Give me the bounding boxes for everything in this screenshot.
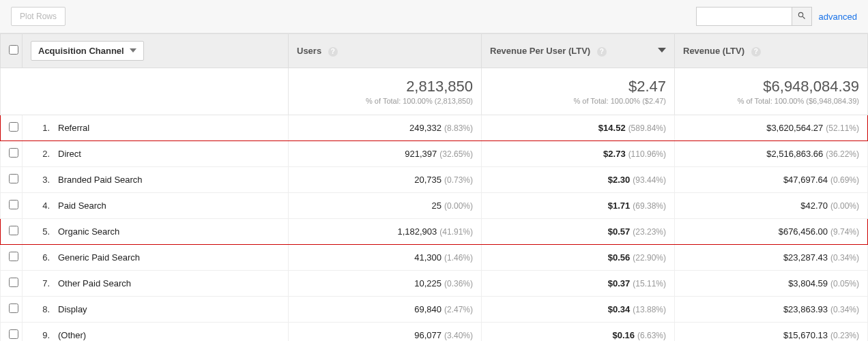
row-rpu-cell: $2.73(110.96%) [482, 141, 675, 167]
row-channel-name[interactable]: Other Paid Search [58, 278, 131, 288]
row-revenue-cell: $42.70(0.00%) [675, 193, 868, 219]
row-rank: 4. [31, 201, 50, 211]
summary-rev-value: $6,948,084.39 [683, 78, 859, 95]
row-revenue-cell: $676,456.00(9.74%) [675, 219, 868, 245]
header-revenue[interactable]: Revenue (LTV) ? [675, 34, 868, 68]
row-users-cell: 25(0.00%) [289, 193, 482, 219]
summary-users: 2,813,850 % of Total: 100.00% (2,813,850… [289, 68, 482, 115]
row-users-pct: (0.36%) [444, 279, 473, 288]
row-dimension-cell: 6.Generic Paid Search [23, 245, 289, 271]
row-checkbox[interactable] [9, 329, 18, 339]
row-revenue-pct: (0.05%) [830, 279, 859, 288]
row-rank: 2. [31, 149, 50, 159]
row-checkbox[interactable] [9, 278, 18, 287]
row-rpu-value: $0.34 [608, 304, 631, 314]
row-revenue-value: $3,804.59 [788, 278, 828, 288]
row-revenue-pct: (0.34%) [830, 253, 859, 263]
row-dimension-cell: 2.Direct [23, 141, 289, 167]
header-dimension-cell: Acquisition Channel [23, 34, 289, 68]
row-checkbox-cell [1, 141, 23, 167]
summary-rpu-value: $2.47 [490, 78, 666, 95]
row-checkbox[interactable] [9, 200, 18, 209]
row-channel-name[interactable]: Organic Search [58, 226, 119, 237]
header-revenue-label: Revenue (LTV) [683, 46, 744, 56]
row-users-cell: 1,182,903(41.91%) [289, 219, 482, 245]
row-checkbox[interactable] [9, 122, 18, 132]
summary-row: 2,813,850 % of Total: 100.00% (2,813,850… [1, 68, 868, 115]
row-checkbox[interactable] [9, 303, 18, 313]
row-users-cell: 20,735(0.73%) [289, 167, 482, 193]
table-row: 2.Direct921,397(32.65%)$2.73(110.96%)$2,… [1, 141, 868, 167]
row-users-pct: (0.73%) [444, 175, 473, 185]
select-all-checkbox[interactable] [9, 45, 18, 55]
row-revenue-pct: (0.69%) [830, 175, 859, 185]
header-revenue-per-user[interactable]: Revenue Per User (LTV) ? [482, 34, 675, 68]
summary-users-value: 2,813,850 [297, 78, 473, 95]
row-checkbox-cell [1, 167, 23, 193]
row-rpu-cell: $0.16(6.63%) [482, 323, 675, 342]
row-dimension-cell: 7.Other Paid Search [23, 271, 289, 297]
row-checkbox-cell [1, 297, 23, 323]
row-users-cell: 41,300(1.46%) [289, 245, 482, 271]
row-channel-name[interactable]: Branded Paid Search [58, 175, 143, 185]
help-icon[interactable]: ? [751, 47, 761, 57]
row-revenue-value: $676,456.00 [779, 226, 828, 237]
row-revenue-value: $23,287.43 [783, 252, 828, 263]
row-checkbox[interactable] [9, 252, 18, 261]
header-users-label: Users [297, 46, 321, 56]
row-revenue-cell: $3,620,564.27(52.11%) [675, 115, 868, 141]
row-checkbox[interactable] [9, 174, 18, 183]
row-rpu-pct: (93.44%) [633, 175, 666, 185]
row-users-value: 96,077 [414, 330, 442, 340]
help-icon[interactable]: ? [597, 47, 607, 57]
row-revenue-pct: (0.34%) [830, 305, 859, 314]
table-row: 8.Display69,840(2.47%)$0.34(13.88%)$23,8… [1, 297, 868, 323]
dimension-selector[interactable]: Acquisition Channel [31, 41, 144, 61]
row-rpu-pct: (22.90%) [633, 253, 666, 263]
search-icon [797, 11, 807, 23]
row-users-value: 921,397 [405, 149, 437, 159]
header-users[interactable]: Users ? [289, 34, 482, 68]
row-users-pct: (3.40%) [444, 331, 473, 340]
advanced-link[interactable]: advanced [819, 12, 857, 22]
row-checkbox[interactable] [9, 226, 18, 235]
row-checkbox-cell [1, 271, 23, 297]
summary-rev-sub: % of Total: 100.00% ($6,948,084.39) [683, 97, 859, 105]
summary-rpu-sub: % of Total: 100.00% ($2.47) [490, 97, 666, 105]
row-revenue-cell: $23,287.43(0.34%) [675, 245, 868, 271]
row-channel-name[interactable]: (Other) [58, 330, 86, 340]
row-users-cell: 249,332(8.83%) [289, 115, 482, 141]
table-row: 6.Generic Paid Search41,300(1.46%)$0.56(… [1, 245, 868, 271]
row-users-cell: 921,397(32.65%) [289, 141, 482, 167]
row-channel-name[interactable]: Referral [58, 123, 89, 133]
row-revenue-pct: (52.11%) [826, 123, 859, 133]
row-rpu-value: $0.56 [608, 252, 631, 263]
row-revenue-value: $47,697.64 [783, 175, 828, 185]
row-channel-name[interactable]: Generic Paid Search [58, 252, 140, 263]
row-channel-name[interactable]: Paid Search [58, 201, 106, 211]
row-users-pct: (8.83%) [444, 123, 473, 133]
row-users-value: 249,332 [409, 123, 442, 133]
row-rpu-pct: (13.88%) [633, 305, 666, 314]
row-revenue-value: $3,620,564.27 [766, 123, 823, 133]
chevron-down-icon [130, 46, 136, 56]
row-users-value: 10,225 [414, 278, 442, 288]
summary-revenue: $6,948,084.39 % of Total: 100.00% ($6,94… [675, 68, 868, 115]
search-button[interactable] [792, 7, 812, 26]
row-users-cell: 69,840(2.47%) [289, 297, 482, 323]
help-icon[interactable]: ? [328, 47, 338, 57]
row-channel-name[interactable]: Direct [58, 149, 81, 159]
table-row: 5.Organic Search1,182,903(41.91%)$0.57(2… [1, 219, 868, 245]
row-dimension-cell: 5.Organic Search [23, 219, 289, 245]
row-revenue-cell: $3,804.59(0.05%) [675, 271, 868, 297]
row-rpu-value: $0.37 [608, 278, 631, 288]
search-input[interactable] [696, 7, 792, 26]
row-rank: 1. [31, 123, 50, 133]
row-channel-name[interactable]: Display [58, 304, 87, 314]
plot-rows-button[interactable]: Plot Rows [11, 7, 66, 26]
row-users-value: 1,182,903 [397, 226, 437, 237]
row-checkbox[interactable] [9, 148, 18, 158]
row-users-pct: (2.47%) [444, 305, 473, 314]
table-row: 4.Paid Search25(0.00%)$1.71(69.38%)$42.7… [1, 193, 868, 219]
row-rpu-pct: (23.23%) [633, 227, 666, 237]
